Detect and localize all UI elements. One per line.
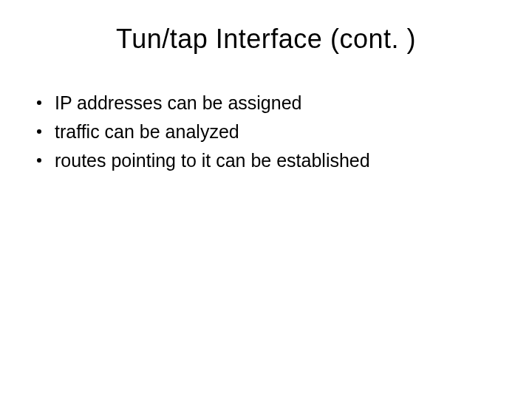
list-item: IP addresses can be assigned bbox=[37, 90, 510, 116]
list-item: routes pointing to it can be established bbox=[37, 148, 510, 174]
slide-title: Tun/tap Interface (cont. ) bbox=[22, 24, 510, 55]
bullet-text: IP addresses can be assigned bbox=[55, 90, 510, 116]
bullet-text: routes pointing to it can be established bbox=[55, 148, 510, 174]
bullet-icon bbox=[37, 158, 41, 163]
bullet-text: traffic can be analyzed bbox=[55, 119, 510, 145]
bullet-icon bbox=[37, 100, 41, 105]
slide-container: Tun/tap Interface (cont. ) IP addresses … bbox=[0, 0, 532, 399]
list-item: traffic can be analyzed bbox=[37, 119, 510, 145]
bullet-icon bbox=[37, 129, 41, 134]
bullet-list: IP addresses can be assigned traffic can… bbox=[22, 90, 510, 174]
